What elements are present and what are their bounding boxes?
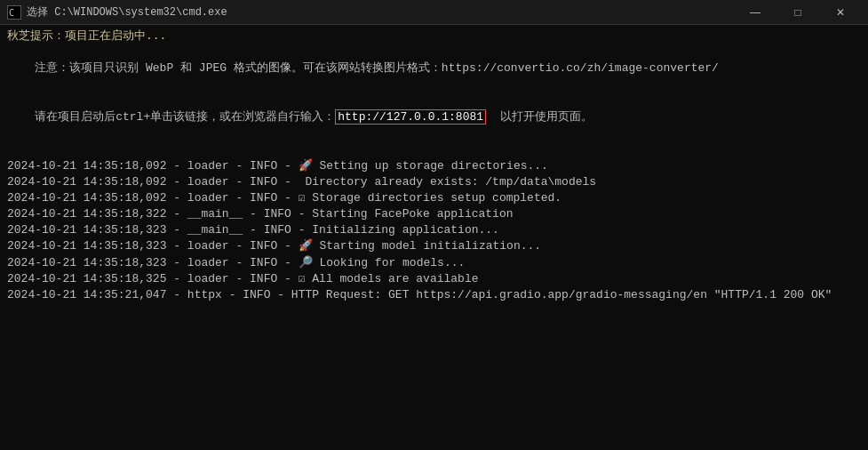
log-line-9: 2024-10-21 14:35:21,047 - httpx - INFO -… — [7, 287, 861, 303]
svg-text:C: C — [9, 8, 14, 18]
url-line: 请在项目启动后ctrl+单击该链接，或在浏览器自行输入：http://127.0… — [7, 93, 861, 142]
maximize-button[interactable]: □ — [777, 0, 818, 25]
cmd-icon: C — [7, 5, 21, 20]
window-controls: — □ ✕ — [735, 0, 861, 25]
title-bar-left: C 选择 C:\WINDOWS\system32\cmd.exe — [7, 4, 227, 20]
blank-line-10 — [7, 433, 861, 449]
log-line-7: 2024-10-21 14:35:18,323 - loader - INFO … — [7, 255, 861, 271]
log-line-4: 2024-10-21 14:35:18,322 - __main__ - INF… — [7, 206, 861, 222]
format-notice: 注意：该项目只识别 WebP 和 JPEG 格式的图像。可在该网站转换图片格式：… — [7, 44, 861, 93]
blank-line-6 — [7, 368, 861, 384]
window-title: 选择 C:\WINDOWS\system32\cmd.exe — [27, 4, 227, 20]
close-button[interactable]: ✕ — [820, 0, 861, 25]
blank-line-2 — [7, 303, 861, 319]
minimize-button[interactable]: — — [735, 0, 776, 25]
log-line-2: 2024-10-21 14:35:18,092 - loader - INFO … — [7, 174, 861, 190]
format-notice-text: 注意：该项目只识别 WebP 和 JPEG 格式的图像。可在该网站转换图片格式：… — [35, 61, 719, 75]
log-line-8: 2024-10-21 14:35:18,325 - loader - INFO … — [7, 271, 861, 287]
log-line-1: 2024-10-21 14:35:18,092 - loader - INFO … — [7, 158, 861, 174]
blank-line-3 — [7, 319, 861, 335]
blank-line-5 — [7, 352, 861, 368]
startup-notice: 秋芝提示：项目正在启动中... — [7, 28, 861, 44]
terminal-body: 秋芝提示：项目正在启动中... 注意：该项目只识别 WebP 和 JPEG 格式… — [0, 25, 868, 450]
blank-line-8 — [7, 400, 861, 416]
blank-line-4 — [7, 336, 861, 352]
log-line-5: 2024-10-21 14:35:18,323 - __main__ - INF… — [7, 222, 861, 238]
url-prefix: 请在项目启动后ctrl+单击该链接，或在浏览器自行输入： — [35, 110, 335, 124]
url-suffix: 以打开使用页面。 — [486, 110, 593, 124]
local-url[interactable]: http://127.0.0.1:8081 — [335, 109, 486, 125]
log-line-3: 2024-10-21 14:35:18,092 - loader - INFO … — [7, 190, 861, 206]
blank-line-7 — [7, 384, 861, 400]
log-line-6: 2024-10-21 14:35:18,323 - loader - INFO … — [7, 238, 861, 254]
blank-line-9 — [7, 417, 861, 433]
blank-line-1 — [7, 141, 861, 157]
title-bar: C 选择 C:\WINDOWS\system32\cmd.exe — □ ✕ — [0, 0, 868, 25]
